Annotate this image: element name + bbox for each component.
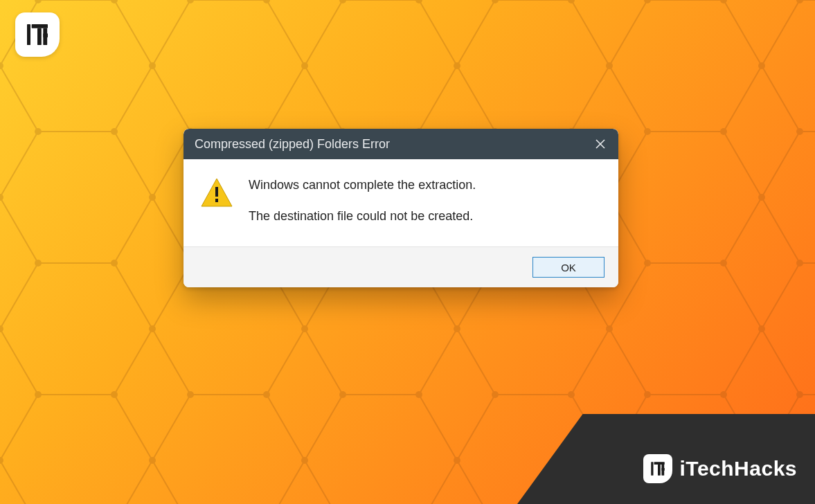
brand-ribbon: iTechHacks	[517, 414, 815, 504]
dialog-body: Windows cannot complete the extraction. …	[183, 159, 618, 246]
svg-rect-17	[215, 199, 218, 202]
brand-name: iTechHacks	[679, 457, 797, 480]
close-icon	[595, 139, 605, 149]
itechhacks-logo-icon	[649, 460, 667, 478]
dialog-footer: OK	[183, 246, 618, 287]
svg-rect-19	[654, 462, 665, 465]
svg-rect-8	[27, 24, 30, 45]
error-dialog: Compressed (zipped) Folders Error Window…	[183, 129, 618, 287]
page-background: Compressed (zipped) Folders Error Window…	[0, 0, 815, 504]
svg-rect-22	[662, 465, 665, 476]
svg-rect-20	[658, 465, 661, 476]
dialog-message: Windows cannot complete the extraction. …	[249, 176, 476, 226]
dialog-title: Compressed (zipped) Folders Error	[195, 137, 390, 152]
svg-rect-18	[652, 462, 654, 476]
message-line-1: Windows cannot complete the extraction.	[249, 176, 476, 195]
svg-rect-16	[215, 187, 218, 197]
svg-rect-10	[37, 28, 42, 45]
close-button[interactable]	[582, 129, 618, 159]
warning-icon	[200, 177, 233, 208]
dialog-titlebar[interactable]: Compressed (zipped) Folders Error	[183, 129, 618, 159]
site-logo-badge	[15, 12, 60, 57]
message-line-2: The destination file could not be create…	[249, 207, 476, 226]
svg-rect-9	[32, 24, 48, 28]
svg-rect-12	[43, 28, 47, 45]
itechhacks-logo-icon	[24, 21, 51, 48]
brand-mini-logo	[643, 454, 672, 483]
ok-button[interactable]: OK	[532, 257, 604, 278]
